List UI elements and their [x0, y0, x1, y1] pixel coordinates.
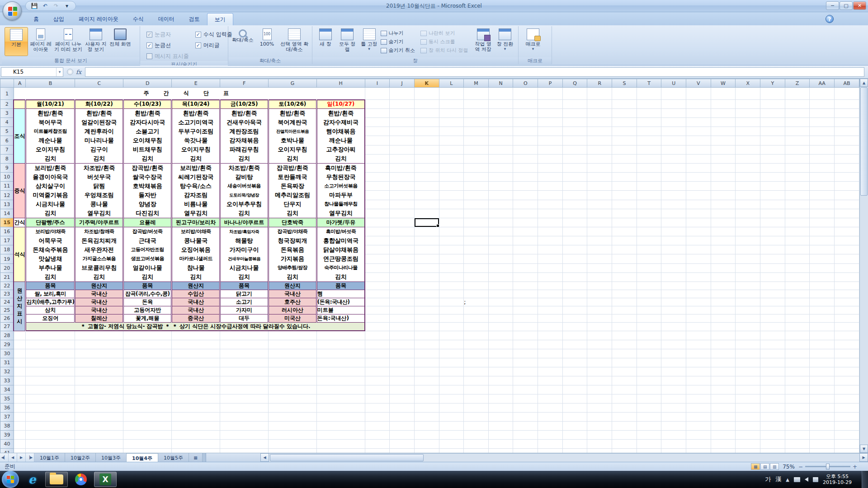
cell[interactable]	[760, 331, 785, 340]
cell[interactable]	[810, 376, 835, 385]
cell[interactable]	[835, 376, 859, 385]
horizontal-scroll-thumb[interactable]	[270, 454, 424, 461]
ime-hanja-indicator[interactable]: 漢	[775, 475, 781, 483]
cell[interactable]	[785, 298, 810, 306]
cell[interactable]	[810, 314, 835, 323]
cell[interactable]	[810, 430, 835, 439]
cell[interactable]	[488, 200, 513, 209]
cell[interactable]	[464, 282, 489, 290]
row-header-22[interactable]: 22	[0, 282, 14, 290]
snack-cell[interactable]: 바나나/야쿠르트	[220, 218, 269, 227]
cell[interactable]	[365, 349, 390, 358]
cell[interactable]	[785, 127, 810, 136]
cell[interactable]	[464, 385, 489, 394]
cell[interactable]	[439, 263, 464, 272]
cell[interactable]	[835, 367, 859, 376]
cell[interactable]	[835, 100, 859, 109]
cell[interactable]	[711, 109, 736, 118]
cell[interactable]	[661, 136, 686, 145]
cell[interactable]	[365, 439, 390, 448]
cell[interactable]	[365, 298, 390, 306]
cell[interactable]	[414, 154, 439, 163]
prev-sheet-icon[interactable]: ◀	[9, 453, 17, 462]
cell[interactable]	[810, 118, 835, 127]
cell[interactable]	[785, 173, 810, 182]
scroll-left-icon[interactable]: ◀	[260, 453, 269, 462]
cell[interactable]	[835, 109, 859, 118]
cell[interactable]	[661, 421, 686, 430]
cell[interactable]	[14, 448, 26, 453]
cell[interactable]	[14, 430, 26, 439]
cell[interactable]	[711, 340, 736, 349]
cell[interactable]	[14, 421, 26, 430]
cell[interactable]	[365, 145, 390, 154]
cell[interactable]	[365, 236, 390, 245]
cell[interactable]	[414, 331, 439, 340]
cell[interactable]	[538, 358, 563, 367]
column-header-Z[interactable]: Z	[785, 79, 810, 88]
cell[interactable]	[513, 439, 538, 448]
cell[interactable]	[760, 136, 785, 145]
column-header-X[interactable]: X	[736, 79, 760, 88]
cell[interactable]	[612, 376, 637, 385]
origin-cell[interactable]: 돈육	[123, 298, 172, 306]
row-header-40[interactable]: 40	[0, 439, 14, 448]
cell[interactable]	[513, 394, 538, 403]
cell[interactable]	[439, 323, 464, 331]
cell[interactable]	[661, 227, 686, 236]
cell[interactable]	[711, 127, 736, 136]
cell[interactable]	[538, 290, 563, 298]
cell[interactable]	[414, 394, 439, 403]
cell[interactable]	[612, 385, 637, 394]
cell[interactable]	[785, 145, 810, 154]
cell[interactable]	[365, 314, 390, 323]
cell[interactable]	[464, 272, 489, 282]
cell[interactable]	[612, 218, 637, 227]
cell[interactable]	[835, 263, 859, 272]
cell[interactable]	[488, 236, 513, 245]
cell[interactable]	[26, 403, 75, 412]
cell[interactable]	[464, 254, 489, 263]
first-sheet-icon[interactable]: ◀▏	[0, 453, 9, 462]
cell[interactable]	[637, 394, 661, 403]
origin-cell[interactable]: 국내산	[269, 290, 317, 298]
cell[interactable]	[711, 272, 736, 282]
row-header-9[interactable]: 9	[0, 164, 14, 173]
cell[interactable]	[661, 200, 686, 209]
synchronous-scrolling-button[interactable]: 동시 스크롤	[420, 38, 468, 45]
cell[interactable]	[538, 127, 563, 136]
cell[interactable]	[736, 118, 760, 127]
cell[interactable]	[220, 430, 269, 439]
cell[interactable]	[835, 118, 859, 127]
taskbar-explorer-icon[interactable]	[45, 472, 68, 487]
cell[interactable]	[488, 340, 513, 349]
cell[interactable]	[538, 227, 563, 236]
view-side-by-side-button[interactable]: 나란히 보기	[420, 30, 468, 37]
ime-korean-indicator[interactable]: 가	[765, 475, 771, 483]
cell[interactable]	[736, 209, 760, 218]
cell[interactable]	[390, 118, 415, 127]
cell[interactable]	[488, 439, 513, 448]
cell[interactable]	[661, 385, 686, 394]
cell[interactable]	[75, 403, 123, 412]
cell[interactable]	[269, 403, 317, 412]
cell[interactable]	[736, 367, 760, 376]
cell[interactable]	[562, 439, 587, 448]
cell[interactable]	[365, 191, 390, 200]
cell[interactable]	[711, 218, 736, 227]
taskbar-ie-icon[interactable]: e	[21, 472, 43, 487]
cell[interactable]	[612, 236, 637, 245]
row-header-31[interactable]: 31	[0, 358, 14, 367]
cell[interactable]	[316, 439, 365, 448]
cell[interactable]	[637, 376, 661, 385]
cell[interactable]	[612, 298, 637, 306]
cell[interactable]	[637, 154, 661, 163]
cell[interactable]	[439, 245, 464, 254]
close-button[interactable]: ✕	[853, 1, 866, 10]
cell[interactable]	[760, 403, 785, 412]
cell[interactable]	[587, 367, 612, 376]
cell[interactable]	[562, 200, 587, 209]
cell[interactable]	[686, 323, 711, 331]
cell[interactable]	[587, 109, 612, 118]
selected-cell[interactable]	[414, 218, 439, 227]
